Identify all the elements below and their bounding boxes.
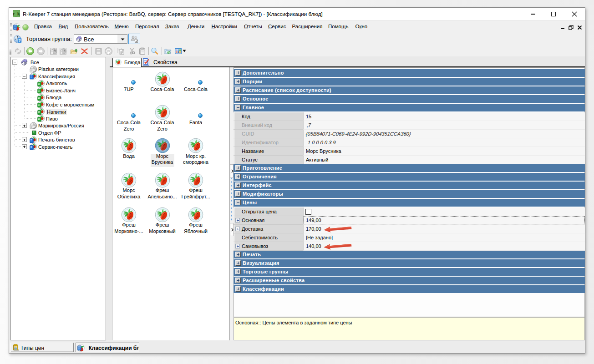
svg-text:?: ?	[18, 38, 21, 43]
svg-text:r_k: r_k	[13, 11, 20, 16]
